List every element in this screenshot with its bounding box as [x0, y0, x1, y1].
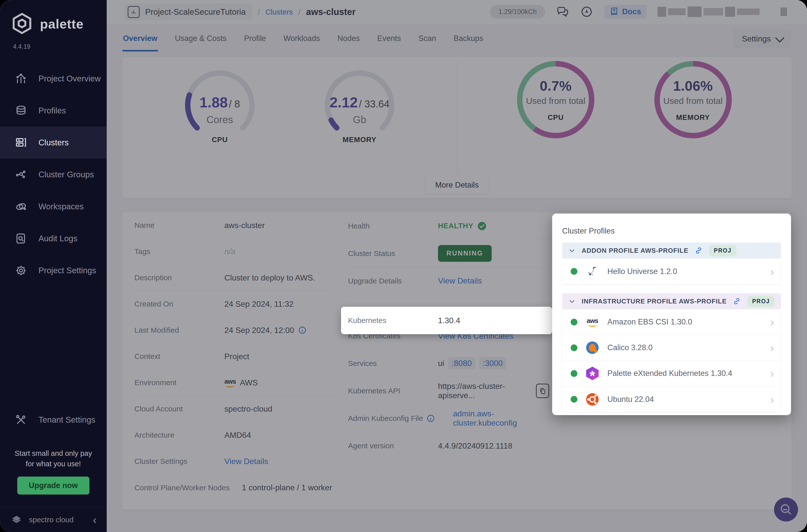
sidebar-item-label: Workspaces: [38, 202, 84, 211]
ubuntu-logo: [586, 393, 599, 406]
sidebar-item-label: Tenant Settings: [38, 415, 95, 424]
sidebar-item-label: Cluster Groups: [38, 170, 94, 179]
sidebar: palette 4.4.19 Project Overview Profiles: [0, 0, 107, 532]
bar-chart-icon: [15, 73, 27, 85]
sidebar-item-project-overview[interactable]: Project Overview: [0, 63, 107, 95]
profile-item-ubuntu[interactable]: Ubuntu 22.04 ›: [562, 386, 781, 412]
app-version: 4.4.19: [0, 36, 107, 50]
status-dot: [571, 344, 577, 351]
addon-profile-list: Hello Universe 1.2.0 ›: [562, 259, 781, 284]
hello-universe-logo: [586, 265, 599, 278]
link-icon[interactable]: [694, 246, 703, 255]
palette-logo-icon: [11, 12, 34, 36]
link-icon[interactable]: [733, 297, 741, 305]
upgrade-promo: Start small and only pay for what you us…: [0, 448, 107, 495]
infrastructure-profile-list: aws Amazon EBS CSI 1.30.0 › Calico 3.28.…: [562, 309, 781, 412]
sidebar-item-tenant-settings[interactable]: Tenant Settings: [0, 404, 107, 436]
sidebar-item-project-settings[interactable]: Project Settings: [0, 254, 107, 286]
popup-title: Cluster Profiles: [562, 227, 781, 235]
kubernetes-spotlight-row: Kubernetes 1.30.4: [341, 307, 552, 334]
upgrade-now-button[interactable]: Upgrade now: [17, 477, 89, 495]
sidebar-item-clusters[interactable]: Clusters: [0, 127, 107, 158]
sidebar-item-profiles[interactable]: Profiles: [0, 95, 107, 127]
brand-name: palette: [40, 17, 84, 32]
main-content: Project-ScaleSecureTutoria / Clusters / …: [107, 0, 807, 532]
sidebar-item-label: Project Settings: [38, 266, 96, 275]
profile-item-calico[interactable]: Calico 3.28.0 ›: [562, 335, 781, 361]
chevron-right-icon[interactable]: ›: [770, 394, 774, 405]
kubernetes-label: Kubernetes: [348, 316, 438, 325]
network-icon: [15, 169, 27, 180]
sidebar-item-label: Profiles: [38, 106, 66, 115]
brand-row: palette: [0, 0, 107, 36]
sidebar-footer: spectro cloud ‹: [0, 507, 107, 532]
status-dot: [571, 268, 577, 275]
scope-badge: PROJ: [709, 245, 736, 256]
aws-logo: aws: [586, 316, 599, 328]
layers-icon: [15, 104, 27, 117]
cluster-profiles-popup: Cluster Profiles ADDON PROFILE AWS-PROFI…: [552, 213, 791, 415]
profile-item-palette-extended-kubernetes[interactable]: * Palette eXtended Kubernetes 1.30.4 ›: [562, 361, 781, 386]
sidebar-item-label: Project Overview: [38, 74, 101, 83]
sidebar-item-workspaces[interactable]: Workspaces: [0, 191, 107, 223]
collapse-sidebar-icon[interactable]: ‹: [93, 514, 97, 526]
chevron-right-icon[interactable]: ›: [770, 368, 774, 379]
app-window: palette 4.4.19 Project Overview Profiles: [0, 0, 807, 532]
spectro-cloud-logo-icon: [10, 513, 23, 527]
tools-icon: [15, 414, 27, 426]
status-dot: [571, 370, 577, 377]
calico-logo: [586, 341, 599, 354]
profile-item-amazon-ebs-csi[interactable]: aws Amazon EBS CSI 1.30.0 ›: [562, 309, 781, 335]
orbit-icon: [15, 201, 27, 212]
status-dot: [571, 319, 577, 325]
audit-log-icon: [15, 232, 27, 245]
palette-pxk-logo: *: [586, 367, 599, 380]
server-icon: [15, 137, 27, 149]
chevron-right-icon[interactable]: ›: [770, 316, 774, 328]
chevron-right-icon[interactable]: ›: [770, 342, 774, 354]
profile-item-hello-universe[interactable]: Hello Universe 1.2.0 ›: [562, 259, 781, 284]
addon-profile-section-header[interactable]: ADDON PROFILE AWS-PROFILE PROJ: [562, 243, 781, 259]
status-dot: [571, 396, 577, 403]
promo-line-1: Start small and only pay: [0, 448, 107, 459]
sidebar-item-audit-logs[interactable]: Audit Logs: [0, 223, 107, 254]
sidebar-nav: Project Overview Profiles Clusters Clust…: [0, 63, 107, 286]
gear-icon: [15, 265, 27, 277]
sidebar-item-label: Audit Logs: [38, 234, 77, 243]
footer-brand: spectro cloud: [29, 515, 87, 524]
chevron-down-icon: [568, 298, 576, 305]
chevron-right-icon[interactable]: ›: [770, 266, 774, 277]
kubernetes-version: 1.30.4: [438, 316, 460, 325]
infrastructure-profile-section-header[interactable]: INFRASTRUCTURE PROFILE AWS-PROFILE PROJ: [562, 293, 781, 309]
chevron-down-icon: [568, 247, 576, 254]
sidebar-item-label: Clusters: [38, 138, 69, 147]
scope-badge: PROJ: [747, 296, 775, 307]
sidebar-item-cluster-groups[interactable]: Cluster Groups: [0, 158, 107, 191]
promo-line-2: for what you use!: [0, 459, 107, 469]
